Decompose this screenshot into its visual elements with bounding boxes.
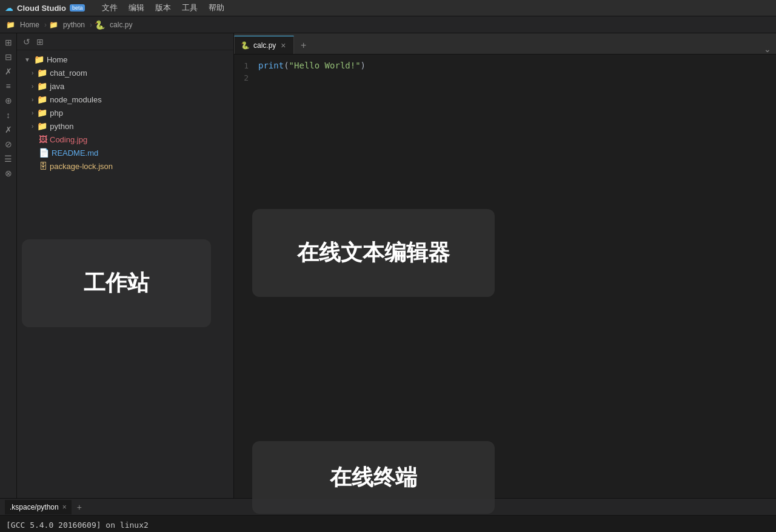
sidebar-toolbar: ↺ ⊞ [17, 33, 233, 50]
tree-label-python: python [50, 122, 73, 131]
json-file-icon: 🗄 [39, 161, 47, 171]
code-string: "Hello World!" [289, 61, 361, 70]
terminal-tab-close[interactable]: × [62, 503, 67, 511]
jpg-file-icon: 🖼 [39, 135, 47, 144]
activity-search[interactable]: ⊟ [1, 50, 16, 64]
file-tree: ▼ 📁 Home › 📁 chat_room › 📁 java › 📁 node… [17, 50, 233, 498]
tree-item-readme[interactable]: 📄 README.md [17, 146, 233, 159]
app-logo: ☁ Cloud Studio beta [5, 3, 85, 13]
node_modules-chevron: › [32, 96, 33, 103]
code-text-1: print("Hello World!") [258, 61, 366, 70]
activity-more2[interactable]: ✗ [1, 123, 16, 136]
tree-label-chat_room: chat_room [50, 68, 87, 78]
code-line-1: 1 print("Hello World!") [234, 59, 776, 71]
activity-more5[interactable]: ⊗ [1, 167, 16, 180]
refresh-icon[interactable]: ↺ [22, 36, 32, 48]
tree-label-java: java [50, 82, 64, 91]
tab-end-button[interactable]: ⌄ [764, 44, 776, 54]
terminal-body: [GCC 5.4.0 20160609] on linux2 Type "hel… [0, 516, 776, 532]
tree-item-coding-jpg[interactable]: 🖼 Coding.jpg [17, 133, 233, 146]
main-layout: ⊞ ⊟ ✗ ≡ ⊕ ↕ ✗ ⊘ ☰ ⊗ ↺ ⊞ ▼ 📁 Home › 📁 cha… [0, 33, 776, 498]
line-num-1: 1 [234, 61, 258, 70]
breadcrumb-sep2: › [90, 21, 92, 29]
breadcrumb: 📁 Home › 📁 python › 🐍 calc.py [0, 16, 776, 33]
breadcrumb-sep1: › [44, 21, 47, 29]
java-folder-icon: 📁 [37, 81, 47, 91]
cloud-icon: ☁ [5, 3, 13, 13]
tree-label-php: php [50, 108, 63, 118]
python-folder-icon: 📁 [49, 21, 58, 29]
tab-calc-py[interactable]: 🐍 calc.py × [234, 36, 294, 54]
menu-version[interactable]: 版本 [150, 1, 176, 15]
php-chevron: › [32, 110, 33, 116]
python-folder-icon: 📁 [37, 121, 47, 131]
php-folder-icon: 📁 [37, 108, 47, 118]
sidebar: ↺ ⊞ ▼ 📁 Home › 📁 chat_room › 📁 java [17, 33, 234, 498]
tree-item-python[interactable]: › 📁 python [17, 119, 233, 133]
breadcrumb-file[interactable]: calc.py [107, 19, 135, 30]
tab-close-button[interactable]: × [279, 41, 287, 50]
line-num-2: 2 [234, 73, 258, 82]
tab-add-button[interactable]: + [295, 37, 312, 54]
tree-item-node_modules[interactable]: › 📁 node_modules [17, 93, 233, 106]
code-paren-open: ( [284, 61, 289, 70]
editor-area: 🐍 calc.py × + ⌄ 1 print("Hello World!") … [234, 33, 776, 498]
menu-tools[interactable]: 工具 [177, 1, 202, 15]
activity-bar: ⊞ ⊟ ✗ ≡ ⊕ ↕ ✗ ⊘ ☰ ⊗ [0, 33, 17, 498]
tree-root-label: Home [47, 55, 68, 64]
terminal-tab-python[interactable]: .kspace/python × [5, 500, 72, 514]
md-file-icon: 📄 [39, 148, 49, 158]
menu-file[interactable]: 文件 [97, 1, 122, 15]
code-line-2: 2 [234, 71, 776, 84]
code-func: print [258, 61, 284, 70]
activity-more1[interactable]: ↕ [1, 108, 16, 122]
tree-item-chat_room[interactable]: › 📁 chat_room [17, 66, 233, 79]
code-paren-close: ) [361, 61, 366, 70]
terminal-add-button[interactable]: + [73, 500, 86, 514]
beta-badge: beta [70, 4, 85, 12]
activity-more3[interactable]: ⊘ [1, 138, 16, 151]
java-chevron: › [32, 83, 33, 90]
terminal-tab-bar: .kspace/python × + [0, 499, 776, 516]
terminal-tab-name: .kspace/python [10, 503, 59, 511]
tree-root[interactable]: ▼ 📁 Home [17, 53, 233, 66]
chat_room-chevron: › [32, 70, 33, 76]
tree-label-readme: README.md [52, 148, 98, 158]
app-name: Cloud Studio [17, 4, 66, 13]
tree-label-package-lock: package-lock.json [50, 162, 113, 171]
python-chevron: › [32, 123, 33, 130]
home-folder-icon: 📁 [6, 21, 15, 29]
tab-py-icon: 🐍 [241, 41, 250, 50]
menu-help[interactable]: 帮助 [204, 1, 229, 15]
menu-bar: 文件 编辑 版本 工具 帮助 [97, 1, 229, 15]
breadcrumb-home[interactable]: Home [18, 19, 42, 30]
activity-debug[interactable]: ≡ [1, 79, 16, 93]
activity-more4[interactable]: ☰ [1, 152, 16, 165]
tree-label-coding-jpg: Coding.jpg [50, 135, 87, 144]
term-line-1: [GCC 5.4.0 20160609] on linux2 [6, 519, 770, 531]
root-folder-icon: 📁 [34, 55, 44, 64]
activity-explorer[interactable]: ⊞ [1, 36, 16, 49]
tree-item-java[interactable]: › 📁 java [17, 79, 233, 93]
activity-extensions[interactable]: ⊕ [1, 94, 16, 107]
tree-label-node_modules: node_modules [50, 95, 101, 104]
root-chevron: ▼ [24, 56, 30, 63]
bottom-panel: .kspace/python × + [GCC 5.4.0 20160609] … [0, 498, 776, 532]
breadcrumb-python[interactable]: python [61, 19, 87, 30]
chat_room-folder-icon: 📁 [37, 68, 47, 78]
tab-filename: calc.py [253, 41, 276, 50]
node_modules-folder-icon: 📁 [37, 95, 47, 104]
new-file-icon[interactable]: ⊞ [35, 36, 45, 48]
tree-item-package-lock[interactable]: 🗄 package-lock.json [17, 159, 233, 173]
editor-content[interactable]: 1 print("Hello World!") 2 [234, 55, 776, 498]
tree-item-php[interactable]: › 📁 php [17, 106, 233, 119]
editor-tab-bar: 🐍 calc.py × + ⌄ [234, 33, 776, 55]
file-py-icon: 🐍 [95, 20, 105, 30]
title-bar: ☁ Cloud Studio beta 文件 编辑 版本 工具 帮助 [0, 0, 776, 16]
activity-git[interactable]: ✗ [1, 65, 16, 78]
menu-edit[interactable]: 编辑 [124, 1, 149, 15]
terminal-content[interactable]: [GCC 5.4.0 20160609] on linux2 Type "hel… [0, 516, 776, 532]
